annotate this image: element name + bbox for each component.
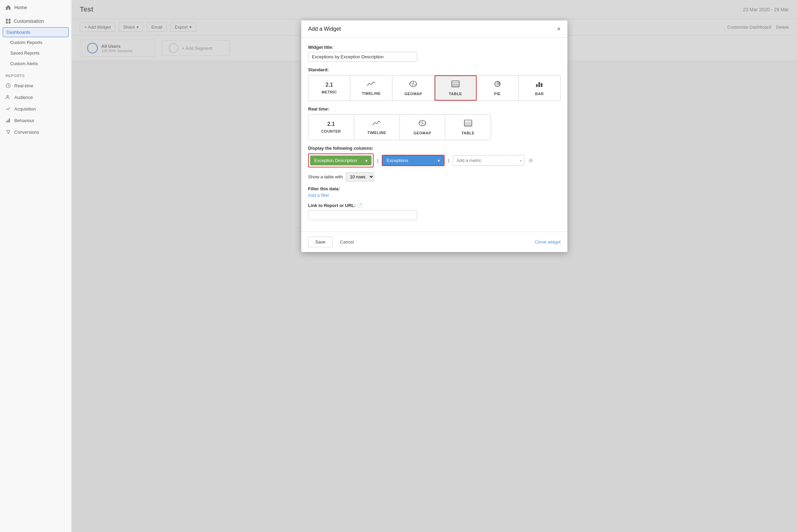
realtime-icon	[5, 83, 11, 88]
link-section: Link to Report or URL: 📄	[308, 203, 561, 220]
pie-icon	[493, 80, 502, 90]
widget-type-counter[interactable]: 2.1 COUNTER	[308, 115, 354, 140]
modal-close-button[interactable]: ×	[557, 26, 561, 32]
remove-metric-button[interactable]: ⊗	[528, 157, 533, 164]
rows-section: Show a table with 10 rows 25 rows 50 row…	[308, 172, 561, 181]
add-metric-wrapper: ▾	[453, 155, 524, 166]
bar-icon	[535, 80, 544, 90]
svg-rect-3	[9, 21, 11, 24]
metric-icon: 2.1	[325, 82, 333, 88]
modal-header: Add a Widget ×	[301, 20, 567, 38]
pie-label: PIE	[494, 92, 501, 96]
link-input-row	[308, 210, 561, 220]
geomap-rt-label: GEOMAP	[414, 131, 431, 135]
behaviour-icon	[5, 118, 11, 123]
widget-type-geomap-rt[interactable]: GEOMAP	[400, 115, 446, 140]
metric-sort-arrow[interactable]: ↕	[447, 158, 450, 164]
geomap-rt-icon	[418, 119, 427, 129]
save-button[interactable]: Save	[308, 237, 333, 247]
realtime-types-group: Real time: 2.1 COUNTER TIMELINE	[308, 106, 561, 140]
sidebar-item-realtime[interactable]: Real-time	[0, 80, 71, 91]
bar-label: BAR	[535, 92, 544, 96]
audience-icon	[5, 94, 11, 100]
table-rt-icon	[464, 119, 473, 129]
reports-section-label: REPORTS	[0, 69, 71, 80]
custom-alerts-label: Custom Alerts	[10, 61, 38, 66]
home-label: Home	[14, 5, 27, 10]
link-url-input[interactable]	[308, 210, 417, 220]
sidebar-item-acquisition[interactable]: Acquisition	[0, 103, 71, 115]
link-label: Link to Report or URL: 📄	[308, 203, 561, 208]
standard-label: Standard:	[308, 67, 561, 72]
dashboards-label: Dashboards	[6, 30, 30, 35]
table-label: TABLE	[449, 92, 462, 96]
widget-title-label: Widget title:	[308, 45, 561, 50]
conversions-label: Conversions	[14, 130, 39, 135]
widget-type-geomap[interactable]: GEOMAP	[392, 75, 434, 101]
realtime-label: Real time:	[308, 106, 561, 112]
svg-rect-2	[6, 21, 8, 24]
dimension-box: Exception Description	[308, 153, 374, 167]
sidebar-item-custom-alerts[interactable]: Custom Alerts	[0, 58, 71, 69]
audience-label: Audience	[14, 95, 33, 100]
widget-type-metric[interactable]: 2.1 METRIC	[308, 75, 350, 101]
rows-select[interactable]: 10 rows 25 rows 50 rows	[346, 172, 374, 181]
counter-icon: 2.1	[327, 121, 335, 127]
sidebar-item-home[interactable]: Home	[0, 0, 71, 15]
realtime-types-row: 2.1 COUNTER TIMELINE	[308, 114, 491, 140]
widget-type-timeline[interactable]: TIMELINE	[350, 75, 392, 101]
counter-label: COUNTER	[321, 129, 341, 133]
svg-rect-8	[9, 118, 10, 122]
sidebar-item-saved-reports[interactable]: Saved Reports	[0, 48, 71, 58]
sidebar-item-customisation[interactable]: Customisation	[0, 15, 71, 27]
columns-row: Exception Description ↕ Exceptions ↕	[308, 153, 561, 167]
widget-title-input[interactable]	[308, 52, 417, 62]
widget-type-table-rt[interactable]: TABLE	[445, 115, 491, 140]
sidebar-item-dashboards[interactable]: Dashboards	[3, 27, 69, 37]
home-icon	[5, 5, 11, 10]
add-metric-dropdown-icon: ▾	[520, 159, 522, 162]
svg-rect-1	[9, 19, 11, 21]
dimension-sort-arrow[interactable]: ↕	[376, 158, 379, 164]
columns-section: Display the following columns: Exception…	[308, 146, 561, 167]
svg-point-5	[7, 95, 9, 97]
modal-title: Add a Widget	[308, 26, 341, 32]
sidebar-item-conversions[interactable]: Conversions	[0, 126, 71, 138]
acquisition-label: Acquisition	[14, 106, 36, 112]
dimension-select-wrapper: Exception Description	[310, 156, 372, 165]
widget-title-group: Widget title:	[308, 45, 561, 62]
saved-reports-label: Saved Reports	[10, 50, 40, 56]
metric-select[interactable]: Exceptions	[382, 156, 444, 165]
footer-left: Save Cancel	[308, 237, 358, 247]
sidebar-item-behaviour[interactable]: Behaviour	[0, 115, 71, 126]
timeline-label: TIMELINE	[362, 91, 381, 95]
realtime-label: Real-time	[14, 83, 33, 88]
modal-footer: Save Cancel Clone widget	[301, 232, 567, 252]
svg-rect-7	[8, 120, 9, 122]
timeline-rt-label: TIMELINE	[367, 131, 386, 135]
widget-type-timeline-rt[interactable]: TIMELINE	[354, 115, 400, 140]
sidebar-item-audience[interactable]: Audience	[0, 91, 71, 103]
svg-rect-15	[536, 84, 538, 87]
conversions-icon	[5, 129, 11, 135]
clone-widget-link[interactable]: Clone widget	[535, 239, 561, 245]
table-icon	[451, 80, 460, 90]
cancel-button[interactable]: Cancel	[336, 237, 358, 247]
add-filter-link[interactable]: Add a filter	[308, 193, 329, 198]
dimension-select[interactable]: Exception Description	[310, 156, 372, 165]
rows-prefix: Show a table with	[308, 174, 343, 179]
metric-select-wrapper: Exceptions	[382, 155, 445, 166]
svg-rect-16	[538, 82, 540, 87]
widget-type-table[interactable]: TABLE	[435, 75, 477, 101]
columns-label: Display the following columns:	[308, 146, 561, 151]
widget-type-bar[interactable]: BAR	[519, 75, 560, 101]
add-widget-modal: Add a Widget × Widget title: Standard: 2…	[301, 20, 567, 252]
sidebar-item-custom-reports[interactable]: Custom Reports	[0, 37, 71, 48]
behaviour-label: Behaviour	[14, 118, 34, 123]
widget-type-pie[interactable]: PIE	[477, 75, 519, 101]
geomap-icon	[409, 80, 418, 90]
add-metric-input[interactable]	[453, 155, 524, 166]
modal-body: Widget title: Standard: 2.1 METRIC	[301, 38, 567, 232]
acquisition-icon	[5, 106, 11, 112]
custom-reports-label: Custom Reports	[10, 40, 42, 45]
